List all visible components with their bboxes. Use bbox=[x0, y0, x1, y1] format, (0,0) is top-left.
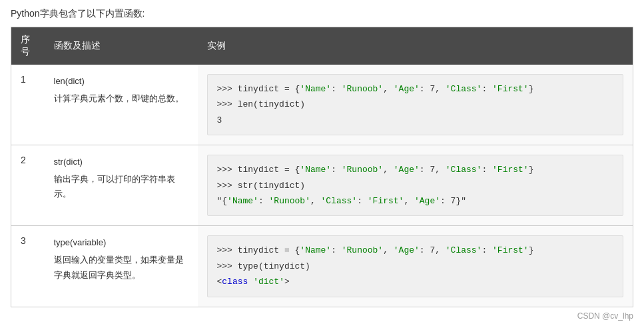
cell-desc: str(dict)输出字典，可以打印的字符串表示。 bbox=[45, 145, 198, 226]
footer: CSDN @cv_lhp bbox=[11, 311, 633, 321]
table-row: 2str(dict)输出字典，可以打印的字符串表示。>>> tinydict =… bbox=[11, 145, 633, 226]
cell-num: 2 bbox=[11, 145, 45, 226]
col-header-example: 实例 bbox=[198, 27, 633, 65]
table-row: 3type(variable)返回输入的变量类型，如果变量是字典就返回字典类型。… bbox=[11, 226, 633, 307]
func-desc-line1: 输出字典，可以打印的字符串表 bbox=[54, 172, 188, 187]
code-line: "{'Name': 'Runoob', 'Class': 'First', 'A… bbox=[217, 193, 614, 209]
code-line: <class 'dict'> bbox=[217, 274, 614, 289]
func-desc: 计算字典元素个数，即键的总数。 bbox=[54, 91, 188, 106]
cell-num: 1 bbox=[11, 65, 45, 145]
col-header-num: 序号 bbox=[11, 27, 45, 65]
cell-desc: type(variable)返回输入的变量类型，如果变量是字典就返回字典类型。 bbox=[45, 226, 198, 307]
func-desc-line1: 返回输入的变量类型，如果变量是 bbox=[54, 253, 188, 267]
code-block: >>> tinydict = {'Name': 'Runoob', 'Age':… bbox=[207, 155, 624, 216]
table-header-row: 序号 函数及描述 实例 bbox=[11, 27, 633, 65]
code-line: 3 bbox=[217, 113, 614, 128]
table-row: 1len(dict)计算字典元素个数，即键的总数。>>> tinydict = … bbox=[11, 65, 633, 145]
func-name: type(variable) bbox=[54, 235, 188, 250]
func-name: len(dict) bbox=[54, 74, 188, 89]
cell-example: >>> tinydict = {'Name': 'Runoob', 'Age':… bbox=[198, 65, 633, 145]
code-line: >>> tinydict = {'Name': 'Runoob', 'Age':… bbox=[217, 243, 614, 258]
code-block: >>> tinydict = {'Name': 'Runoob', 'Age':… bbox=[207, 235, 624, 297]
code-line: >>> str(tinydict) bbox=[217, 178, 614, 193]
code-line: >>> type(tinydict) bbox=[217, 259, 614, 274]
cell-desc: len(dict)计算字典元素个数，即键的总数。 bbox=[45, 65, 198, 145]
page-intro: Python字典包含了以下内置函数: bbox=[11, 8, 633, 20]
col-header-desc: 函数及描述 bbox=[45, 27, 198, 65]
cell-example: >>> tinydict = {'Name': 'Runoob', 'Age':… bbox=[198, 226, 633, 307]
func-name: str(dict) bbox=[54, 155, 188, 169]
func-desc-line2: 字典就返回字典类型。 bbox=[54, 268, 188, 283]
func-desc-line2: 示。 bbox=[54, 187, 188, 201]
functions-table: 序号 函数及描述 实例 1len(dict)计算字典元素个数，即键的总数。>>>… bbox=[11, 27, 633, 307]
cell-num: 3 bbox=[11, 226, 45, 307]
code-line: >>> tinydict = {'Name': 'Runoob', 'Age':… bbox=[217, 162, 614, 177]
code-line: >>> len(tinydict) bbox=[217, 97, 614, 112]
code-line: >>> tinydict = {'Name': 'Runoob', 'Age':… bbox=[217, 81, 614, 97]
code-block: >>> tinydict = {'Name': 'Runoob', 'Age':… bbox=[207, 74, 624, 135]
cell-example: >>> tinydict = {'Name': 'Runoob', 'Age':… bbox=[198, 145, 633, 226]
